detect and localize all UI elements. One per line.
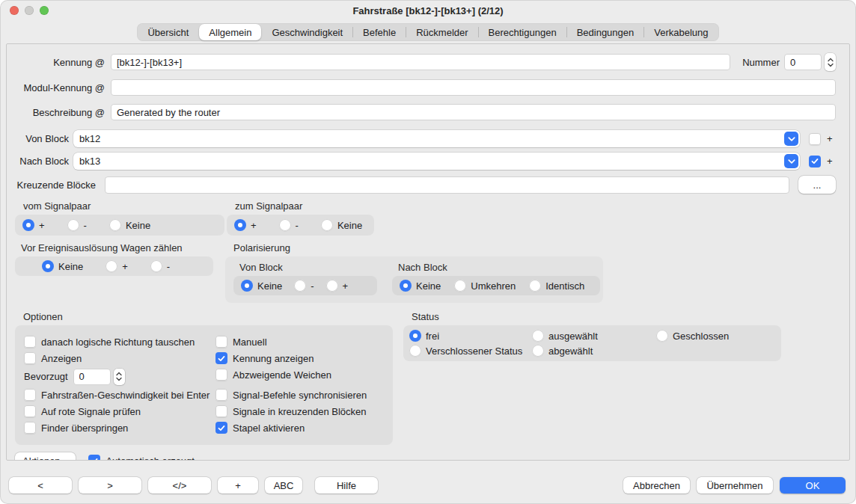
actions-row: Aktionen... Automatisch erzeugt (15, 452, 836, 461)
option-checkbox[interactable] (215, 352, 227, 364)
modul-kennung-input[interactable] (111, 79, 836, 96)
wagen-zaehlen-option-item[interactable]: - (150, 260, 170, 272)
dialog-window: Fahrstraße [bk12-]-[bk13+] (2/12) Übersi… (0, 0, 856, 504)
beschreibung-label: Beschreibung @ (15, 107, 105, 118)
option-checkbox[interactable] (215, 336, 227, 348)
option-label: Fahrstraßen-Geschwindigkeit bei Enter (41, 390, 210, 401)
radio-icon (294, 280, 306, 292)
kreuzende-bloecke-input[interactable] (105, 176, 789, 194)
help-button[interactable]: Hilfe (315, 477, 378, 494)
vom-signalpaar-title: vom Signalpaar (23, 200, 224, 212)
chevron-down-icon (116, 377, 122, 381)
radio-icon (532, 330, 544, 342)
option-checkbox[interactable] (215, 405, 227, 417)
beschreibung-row: Beschreibung @ (15, 104, 836, 120)
polarisierung-von-block-option-plus[interactable]: + (326, 280, 349, 292)
polarisierung-nach-block-group: Nach Block KeineUmkehrenIdentisch (392, 262, 600, 295)
radio-label: Verschlossener Status (426, 345, 522, 357)
zum-signalpaar-option-plus[interactable]: + (234, 219, 257, 231)
bevorzugt-row: Bevorzugt (24, 366, 215, 387)
zum-signalpaar-option-keine[interactable]: Keine (321, 219, 362, 231)
zum-signalpaar-title: zum Signalpaar (235, 200, 374, 212)
nav-back-button[interactable]: < (9, 477, 72, 494)
polarisierung-von-block-option-item[interactable]: - (294, 280, 314, 292)
polarisierung-nach-block-pill: KeineUmkehrenIdentisch (392, 276, 600, 295)
tab-allgemein[interactable]: Allgemein (199, 24, 261, 40)
polarisierung-group: Polarisierung Von Block Keine-+ Nach Blo… (225, 242, 603, 303)
nummer-stepper[interactable] (825, 53, 836, 71)
von-block-plus-checkbox[interactable] (809, 133, 821, 145)
beschreibung-input[interactable] (111, 104, 836, 120)
option-checkbox[interactable] (215, 422, 227, 434)
wagen-zaehlen-option-keine[interactable]: Keine (42, 260, 83, 272)
option-checkbox[interactable] (24, 422, 36, 434)
status-option-ausgew-hlt[interactable]: ausgewählt (532, 328, 656, 343)
wagen-zaehlen-title: Vor Ereignisauslösung Wagen zählen (21, 242, 213, 253)
von-block-dropdown-button[interactable] (784, 132, 798, 146)
option-label: Stapel aktivieren (233, 422, 305, 434)
option-label: Finder überspringen (41, 422, 128, 434)
nav-abc-button[interactable]: ABC (265, 477, 302, 494)
abbrechen-button[interactable]: Abbrechen (623, 477, 690, 494)
radio-icon (22, 219, 34, 231)
zum-signalpaar-option-item[interactable]: - (279, 219, 299, 231)
status-option-verschlossener-status[interactable]: Verschlossener Status (409, 343, 532, 358)
status-option-geschlossen[interactable]: Geschlossen (656, 328, 775, 343)
bevorzugt-stepper[interactable] (114, 369, 125, 385)
automatisch-erzeugt-checkbox[interactable] (88, 455, 100, 461)
polarisierung-von-block-group: Von Block Keine-+ (233, 262, 377, 295)
kennung-input[interactable] (111, 54, 730, 70)
tab-befehle[interactable]: Befehle (353, 24, 406, 40)
tab-berechtigungen[interactable]: Berechtigungen (479, 24, 566, 40)
ok-button[interactable]: OK (780, 477, 846, 494)
zum-signalpaar-group: zum Signalpaar +-Keine (227, 200, 374, 236)
vom-signalpaar-option-plus[interactable]: + (22, 219, 45, 231)
nach-block-plus-checkbox[interactable] (809, 156, 821, 168)
option-checkbox[interactable] (24, 336, 36, 348)
status-option-frei[interactable]: frei (409, 328, 532, 343)
bevorzugt-input[interactable] (73, 369, 111, 385)
tab-bedingungen[interactable]: Bedingungen (567, 24, 644, 40)
polarisierung-nach-block-option-keine[interactable]: Keine (400, 280, 441, 292)
nach-block-dropdown-button[interactable] (784, 154, 798, 168)
tab-geschwindigkeit[interactable]: Geschwindigkeit (262, 24, 352, 40)
von-block-combobox[interactable]: bk12 (73, 130, 800, 147)
kreuzende-bloecke-label: Kreuzende Blöcke (15, 179, 96, 191)
option-checkbox[interactable] (215, 389, 227, 401)
status-option-abgew-hlt[interactable]: abgewählt (532, 343, 656, 358)
polarisierung-nach-block-option-umkehren[interactable]: Umkehren (454, 280, 516, 292)
wagen-zaehlen-option-plus[interactable]: + (106, 260, 128, 272)
tab-r-ckmelder[interactable]: Rückmelder (406, 24, 477, 40)
radio-icon (109, 219, 121, 231)
nach-block-value: bk13 (79, 156, 100, 167)
radio-label: - (311, 280, 314, 292)
option-checkbox[interactable] (24, 405, 36, 417)
nav-add-button[interactable]: + (218, 477, 258, 494)
close-window-button[interactable] (10, 6, 19, 15)
kreuzende-bloecke-browse-button[interactable]: ... (798, 176, 836, 194)
nach-block-combobox[interactable]: bk13 (73, 153, 800, 170)
title-bar: Fahrstraße [bk12-]-[bk13+] (2/12) (0, 0, 856, 21)
polarisierung-von-block-option-keine[interactable]: Keine (241, 280, 282, 292)
polarisierung-nach-block-option-identisch[interactable]: Identisch (529, 280, 584, 292)
tab-bersicht[interactable]: Übersicht (138, 24, 198, 40)
option-checkbox[interactable] (215, 369, 227, 381)
zoom-window-button[interactable] (40, 6, 49, 15)
polarisierung-nach-block-title: Nach Block (398, 262, 600, 273)
option-checkbox[interactable] (24, 389, 36, 401)
nav-xml-button[interactable]: </> (148, 477, 211, 494)
option-checkbox[interactable] (24, 352, 36, 364)
uebernehmen-button[interactable]: Übernehmen (697, 477, 773, 494)
nummer-input[interactable] (784, 54, 822, 70)
nav-forward-button[interactable]: > (79, 477, 141, 494)
vom-signalpaar-option-keine[interactable]: Keine (109, 219, 150, 231)
aktionen-button[interactable]: Aktionen... (15, 452, 76, 461)
tab-verkabelung[interactable]: Verkabelung (644, 24, 718, 40)
option-label: Manuell (233, 336, 267, 348)
modul-kennung-label: Modul-Kennung @ (15, 82, 105, 93)
signalpaar-section: vom Signalpaar +-Keine zum Signalpaar +-… (15, 200, 836, 236)
minimize-window-button[interactable] (25, 6, 34, 15)
optionen-box: danach logische Richtung tauschenManuell… (15, 325, 393, 445)
vom-signalpaar-option-item[interactable]: - (67, 219, 87, 231)
option-auf-rote-signale-pr-fen: Auf rote Signale prüfen (24, 403, 215, 420)
